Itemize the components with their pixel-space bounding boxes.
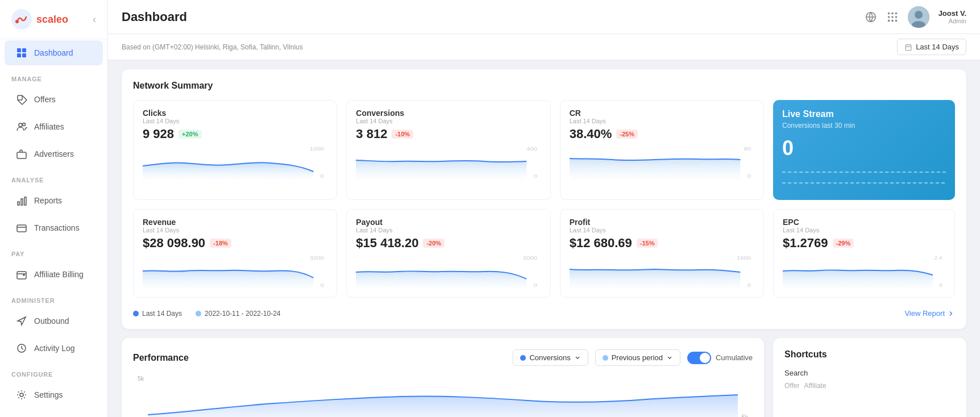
globe-button[interactable]	[865, 11, 877, 23]
bar-chart-icon	[16, 195, 27, 206]
live-stream-card: Live Stream Conversions last 30 min 0	[773, 100, 955, 200]
send-icon	[16, 315, 27, 327]
svg-point-19	[891, 12, 894, 14]
epc-value: $1.2769	[783, 236, 828, 251]
svg-rect-2	[17, 48, 21, 52]
svg-text:0: 0	[747, 173, 751, 179]
chevron-right-icon	[947, 310, 955, 318]
avatar[interactable]	[908, 6, 929, 28]
svg-text:0: 0	[321, 282, 325, 288]
y-axis-bottom: 5k	[741, 414, 748, 417]
dashboard-label: Dashboard	[34, 48, 73, 57]
conversions-filter-label: Conversions	[529, 353, 570, 362]
svg-point-8	[23, 123, 26, 126]
legend-current-label: Last 14 Days	[142, 310, 182, 318]
profit-label: Profit	[570, 218, 754, 227]
live-stream-value: 0	[782, 136, 946, 160]
conversions-badge: -10%	[392, 130, 413, 139]
conversions-filter-button[interactable]: Conversions	[513, 349, 588, 366]
wallet-icon	[16, 269, 27, 280]
performance-chart-svg	[148, 381, 738, 417]
conversions-period: Last 14 Days	[356, 118, 541, 124]
network-summary-card: Network Summary Clicks Last 14 Days 9 92…	[122, 69, 966, 329]
analyse-section-label: ANALYSE	[0, 168, 107, 187]
conversions-label: Conversions	[356, 109, 541, 118]
profit-badge: -15%	[637, 239, 658, 248]
sidebar-item-settings[interactable]: Settings	[5, 382, 103, 407]
view-report-link[interactable]: View Report	[904, 309, 955, 318]
user-info[interactable]: Joost V. Admin	[939, 9, 966, 24]
period-filter-label: Previous period	[612, 353, 663, 362]
sidebar-collapse-button[interactable]: ‹	[93, 14, 96, 26]
content-area: Network Summary Clicks Last 14 Days 9 92…	[108, 60, 980, 417]
shortcuts-card: Shortcuts Search Offer Affiliate	[773, 338, 966, 417]
legend-item-current: Last 14 Days	[133, 310, 182, 318]
metric-card-conversions: Conversions Last 14 Days 3 812 -10% 400 …	[346, 100, 550, 200]
profit-value-row: $12 680.69 -15%	[570, 236, 754, 251]
svg-rect-11	[21, 199, 23, 205]
svg-rect-3	[22, 48, 26, 52]
metric-card-epc: EPC Last 14 Days $1.2769 -29% 2.4 0	[773, 209, 955, 298]
svg-point-16	[20, 393, 23, 397]
svg-point-20	[895, 12, 897, 14]
transactions-label: Transactions	[34, 223, 80, 232]
sidebar-item-advertisers[interactable]: Advertisers	[5, 141, 103, 166]
sidebar-item-reports[interactable]: Reports	[5, 188, 103, 213]
svg-rect-5	[22, 53, 26, 57]
metrics-grid: Clicks Last 14 Days 9 928 +20% 1000 0	[133, 100, 955, 298]
chart-legend-row: Last 14 Days 2022-10-11 - 2022-10-24 Vie…	[133, 305, 955, 318]
conversions-filter-dot	[520, 355, 526, 361]
app-name: scaleo	[36, 14, 68, 26]
epc-period: Last 14 Days	[783, 227, 945, 233]
period-filter-dot	[603, 355, 608, 361]
clock-icon	[16, 343, 27, 354]
metric-card-clicks: Clicks Last 14 Days 9 928 +20% 1000 0	[133, 100, 337, 200]
metric-card-profit: Profit Last 14 Days $12 680.69 -15% 1600…	[560, 209, 764, 298]
svg-point-1	[15, 20, 19, 23]
svg-point-7	[19, 123, 22, 127]
svg-point-25	[891, 19, 894, 22]
sidebar-item-dashboard[interactable]: Dashboard	[5, 40, 103, 65]
performance-chart: 5k 5k	[133, 375, 753, 417]
shortcuts-title: Shortcuts	[784, 349, 955, 360]
metric-card-payout: Payout Last 14 Days $15 418.20 -20% 2000…	[346, 209, 550, 298]
chevron-down-icon2	[666, 355, 673, 361]
conversions-value-row: 3 812 -10%	[356, 127, 541, 141]
sidebar-item-offers[interactable]: Offers	[5, 87, 103, 112]
sidebar-item-affiliates[interactable]: Affiliates	[5, 114, 103, 139]
chevron-down-icon	[574, 355, 581, 361]
shortcuts-options: Offer Affiliate	[784, 382, 955, 390]
revenue-period: Last 14 Days	[143, 227, 327, 233]
apps-button[interactable]	[886, 11, 899, 23]
offers-label: Offers	[34, 95, 56, 104]
svg-text:2.4: 2.4	[935, 255, 942, 261]
sidebar-item-transactions[interactable]: Transactions	[5, 215, 103, 240]
clicks-label: Clicks	[143, 109, 327, 118]
live-stream-title: Live Stream	[782, 109, 946, 119]
live-stream-subtitle: Conversions last 30 min	[782, 122, 946, 130]
performance-card: Performance Conversions Previous p	[122, 338, 764, 417]
sidebar-item-outbound[interactable]: Outbound	[5, 308, 103, 333]
conversions-chart: 400 0	[356, 146, 541, 180]
sidebar-item-affiliate-billing[interactable]: Affiliate Billing	[5, 262, 103, 287]
date-range-button[interactable]: Last 14 Days	[897, 39, 966, 55]
tag-icon	[16, 94, 27, 105]
svg-text:80: 80	[744, 146, 751, 152]
scaleo-logo	[11, 9, 32, 30]
payout-label: Payout	[356, 218, 541, 227]
payout-period: Last 14 Days	[356, 227, 541, 233]
sidebar-item-activity-log[interactable]: Activity Log	[5, 336, 103, 361]
svg-rect-9	[17, 152, 26, 159]
svg-point-21	[887, 16, 890, 18]
sidebar: scaleo ‹ Dashboard MANAGE Offers Affilia…	[0, 0, 108, 417]
period-filter-button[interactable]: Previous period	[595, 349, 680, 366]
epc-value-row: $1.2769 -29%	[783, 236, 945, 251]
user-role: Admin	[939, 18, 966, 24]
svg-text:0: 0	[321, 173, 325, 179]
view-report-text: View Report	[904, 309, 945, 318]
revenue-chart: 3200 0	[143, 255, 327, 289]
cumulative-toggle[interactable]	[687, 352, 711, 364]
svg-text:0: 0	[939, 282, 942, 287]
cr-chart: 80 0	[570, 146, 754, 180]
users-icon	[16, 121, 27, 132]
